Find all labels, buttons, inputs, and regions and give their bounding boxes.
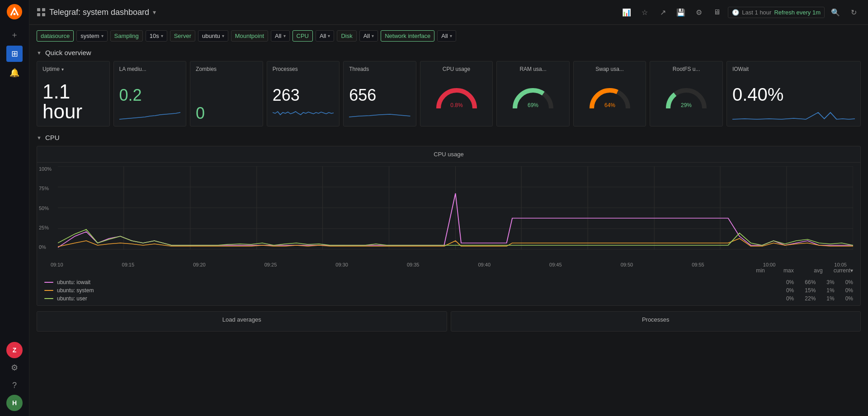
save-button[interactable]: 💾 (674, 5, 688, 19)
filter-datasource-label: datasource (37, 30, 74, 42)
cpu-section-header[interactable]: ▼ CPU (37, 134, 861, 141)
legend-col-current[interactable]: current▾ (834, 267, 853, 274)
card-iowait-title: IOWait (732, 66, 855, 72)
x-label-1000: 10:00 (763, 262, 776, 267)
card-swap-usage: Swap usa... 64% (573, 61, 646, 126)
gauge-ram: 69% (510, 84, 556, 113)
refresh-button[interactable]: ↻ (846, 5, 861, 19)
legend-col-max[interactable]: max (776, 267, 794, 274)
legend-color-iowait (44, 282, 53, 283)
legend-item-iowait: ubuntu: iowait 0% 66% 3% 0% (44, 279, 853, 285)
filter-sampling[interactable]: 10s ▾ (146, 30, 167, 42)
title-text: Telegraf: system dashboard (49, 8, 149, 17)
card-iowait-chart (732, 103, 855, 122)
sidebar-item-dashboards[interactable]: ⊞ (6, 46, 23, 62)
card-la-value: 0.2 (119, 87, 181, 103)
svg-point-0 (7, 4, 22, 19)
sidebar-item-alerts[interactable]: 🔔 (6, 65, 23, 81)
y-label-0: 0% (39, 244, 52, 250)
y-label-25: 25% (39, 225, 52, 230)
legend-color-user (44, 298, 53, 299)
share-button[interactable]: ↗ (656, 5, 670, 19)
user-min: 0% (786, 295, 794, 302)
time-range[interactable]: 🕐 Last 1 hour Refresh every 1m (728, 7, 825, 18)
bar-chart-button[interactable]: 📊 (619, 5, 634, 19)
card-threads: Threads 656 (343, 61, 416, 126)
bottom-panels-row: Load averages Processes (37, 311, 861, 332)
filter-disk[interactable]: All ▾ (359, 30, 378, 42)
filter-disk-label: Disk (337, 30, 356, 42)
collapse-icon: ▼ (37, 50, 42, 56)
sidebar-item-new[interactable]: ＋ (6, 27, 23, 43)
search-button[interactable]: 🔍 (828, 5, 843, 19)
svg-point-1 (14, 13, 16, 15)
user-max: 22% (805, 295, 816, 302)
legend-item-system: ubuntu: system 0% 15% 1% 0% (44, 287, 853, 294)
legend-stats-system: 0% 15% 1% 0% (786, 287, 853, 294)
topbar-actions: 📊 ☆ ↗ 💾 ⚙ 🖥 🕐 Last 1 hour Refresh every … (619, 5, 861, 19)
quick-overview-title: Quick overview (45, 49, 91, 56)
app-logo[interactable] (6, 4, 23, 20)
filter-network-label: Network interface (381, 30, 434, 42)
filter-mountpoint[interactable]: All ▾ (271, 30, 289, 42)
star-button[interactable]: ☆ (637, 5, 652, 19)
iowait-min: 0% (786, 279, 794, 285)
cpu-collapse-icon: ▼ (37, 135, 42, 140)
svg-rect-5 (42, 13, 45, 16)
card-zombies: Zombies 0 (190, 61, 263, 126)
card-processes-value: 263 (273, 87, 334, 103)
card-threads-value: 656 (349, 87, 410, 103)
filter-server[interactable]: ubuntu ▾ (198, 30, 228, 42)
filter-datasource[interactable]: system ▾ (76, 30, 107, 42)
x-label-0925: 09:25 (264, 262, 277, 267)
settings-button[interactable]: ⚙ (692, 5, 706, 19)
sidebar: ＋ ⊞ 🔔 Z ⚙ ? H (0, 0, 29, 337)
svg-rect-4 (37, 13, 40, 16)
legend-header: min max avg current▾ (37, 267, 860, 276)
processes-title: Processes (457, 316, 855, 323)
svg-text:29%: 29% (681, 102, 692, 108)
time-range-label: Last 1 hour (742, 9, 771, 16)
system-min: 0% (786, 287, 794, 294)
x-label-0945: 09:45 (549, 262, 562, 267)
card-processes: Processes 263 (267, 61, 340, 126)
card-processes-chart (273, 103, 334, 122)
card-cpu-usage: CPU usage 0.8% (420, 61, 493, 126)
x-label-0910: 09:10 (51, 262, 63, 267)
display-button[interactable]: 🖥 (710, 5, 724, 19)
cpu-y-axis: 100% 75% 50% 25% 0% (39, 166, 52, 250)
x-label-0940: 09:40 (478, 262, 491, 267)
gauge-cpu: 0.8% (434, 84, 479, 113)
legend-col-min[interactable]: min (747, 267, 765, 274)
card-rootfs-title: RootFS u... (673, 66, 700, 72)
title-caret[interactable]: ▾ (153, 9, 156, 16)
load-averages-panel: Load averages (37, 311, 447, 332)
processes-panel: Processes (451, 311, 861, 332)
filter-cpu-label: CPU (292, 30, 313, 42)
grid-icon (37, 8, 46, 17)
x-label-0920: 09:20 (193, 262, 206, 267)
legend-name-user: ubuntu: user (57, 295, 783, 302)
cpu-chart-area: 100% 75% 50% 25% 0% (37, 163, 860, 262)
card-cpu-title: CPU usage (443, 66, 470, 72)
legend-col-avg[interactable]: avg (805, 267, 823, 274)
gauge-swap: 64% (587, 84, 632, 113)
card-processes-title: Processes (273, 66, 334, 72)
card-threads-chart (349, 103, 410, 122)
card-swap-title: Swap usa... (595, 66, 624, 72)
filter-network[interactable]: All ▾ (437, 30, 456, 42)
legend-item-user: ubuntu: user 0% 22% 1% 0% (44, 295, 853, 302)
svg-rect-3 (42, 8, 45, 11)
filter-cpu[interactable]: All ▾ (316, 30, 334, 42)
y-label-50: 50% (39, 206, 52, 211)
y-label-75: 75% (39, 186, 52, 191)
legend-name-system: ubuntu: system (57, 287, 783, 294)
page-title: Telegraf: system dashboard ▾ (49, 8, 156, 17)
card-uptime-title: Uptime ▾ (42, 66, 104, 72)
card-rootfs: RootFS u... 29% (650, 61, 723, 126)
iowait-avg: 3% (826, 279, 834, 285)
x-label-0935: 09:35 (407, 262, 420, 267)
quick-overview-section-header[interactable]: ▼ Quick overview (37, 49, 861, 56)
card-la-medium: LA mediu... 0.2 (113, 61, 187, 126)
x-label-0930: 09:30 (335, 262, 348, 267)
